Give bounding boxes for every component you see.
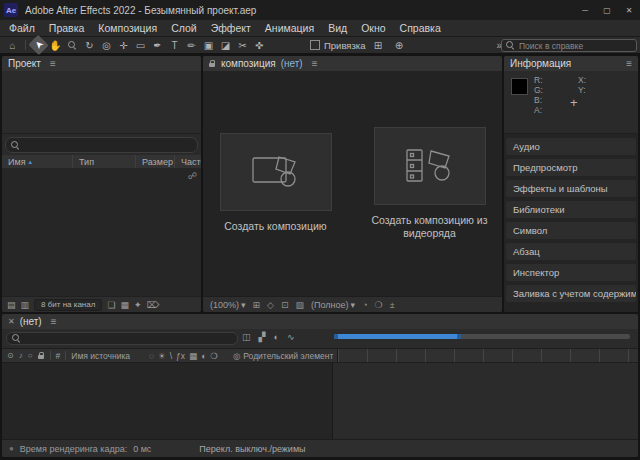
motion-blur-icon[interactable]: ◐ [201, 351, 206, 361]
shy-icon[interactable]: ◌ [149, 351, 154, 361]
column-framerate[interactable]: Частота ка [175, 155, 201, 168]
quality-icon[interactable]: \ [170, 351, 172, 361]
maximize-button[interactable]: ▢ [596, 0, 618, 20]
parent-link-column[interactable]: ◎ Родительский элемент [233, 351, 337, 361]
solo-icon[interactable]: ○ [28, 351, 33, 360]
docked-panel-preview[interactable]: Предпросмотр [506, 159, 636, 176]
info-panel-menu-icon[interactable]: ≡ [626, 58, 632, 69]
flowchart-icon[interactable]: ☍ [188, 171, 197, 181]
column-name[interactable]: Имя ▴ [2, 155, 73, 168]
timeline-navigator-handle[interactable] [334, 334, 461, 339]
menu-view[interactable]: Вид [321, 22, 354, 34]
create-composition-from-footage-button[interactable]: Создать композицию из видеоряда [370, 127, 490, 240]
mask-visibility-icon[interactable]: ◇ [267, 300, 274, 310]
3d-layer-icon[interactable]: ❍ [210, 351, 218, 361]
audio-icon[interactable]: ♪ [19, 351, 23, 360]
docked-panel-content-aware-fill[interactable]: Заливка с учетом содержимого [506, 285, 636, 302]
menu-composition[interactable]: Композиция [91, 22, 164, 34]
menu-layer[interactable]: Слой [164, 22, 204, 34]
brush-tool-icon[interactable]: ✏ [184, 38, 199, 52]
eye-icon[interactable]: ⊙ [7, 351, 14, 360]
selection-tool-icon[interactable]: ➤ [28, 35, 49, 56]
project-settings-icon[interactable]: ✦ [134, 300, 142, 310]
proxy-toggle-icon[interactable]: ▥ [21, 300, 30, 310]
clone-stamp-tool-icon[interactable]: ▣ [201, 38, 216, 52]
menu-edit[interactable]: Правка [42, 22, 91, 34]
docked-panel-character[interactable]: Символ [506, 222, 636, 239]
create-composition-button[interactable]: Создать композицию [216, 133, 336, 233]
resolution-dropdown[interactable]: (Полное) ▾ [311, 300, 355, 310]
transparency-grid-icon[interactable]: ▨ [296, 300, 305, 310]
orbit-camera-tool-icon[interactable]: ◎ [99, 38, 114, 52]
menu-effect[interactable]: Эффект [204, 22, 258, 34]
viewer-lock-icon[interactable] [209, 60, 216, 68]
close-icon[interactable]: ✕ [8, 317, 15, 326]
frame-blend-icon[interactable]: ▦ [189, 351, 197, 361]
tab-timeline-none[interactable]: (нет) [20, 316, 42, 327]
docked-panel-libraries[interactable]: Библиотеки [506, 201, 636, 218]
zoom-tool-icon[interactable] [65, 38, 80, 52]
tab-composition[interactable]: композиция [221, 58, 276, 69]
fast-previews-icon[interactable]: ◔ [362, 300, 367, 310]
grid-guides-icon[interactable]: ⊞ [253, 300, 261, 310]
delete-icon[interactable]: ⌦ [147, 300, 160, 310]
timeline-search-input[interactable] [25, 334, 232, 344]
column-size[interactable]: Размер [136, 155, 175, 168]
composition-panel-menu-icon[interactable]: ≡ [312, 58, 318, 69]
menu-animation[interactable]: Анимация [258, 22, 321, 34]
docked-panel-effects-presets[interactable]: Эффекты и шаблоны [506, 180, 636, 197]
rotation-tool-icon[interactable]: ↻ [82, 38, 97, 52]
timeline-navigator-track[interactable] [334, 334, 630, 339]
exposure-icon[interactable]: ± [390, 300, 395, 310]
menu-help[interactable]: Справка [393, 22, 448, 34]
eraser-tool-icon[interactable]: ◪ [218, 38, 233, 52]
axis-mode-icon[interactable]: ⊞ [371, 38, 386, 52]
composition-mini-icon[interactable]: ◫ [242, 332, 251, 342]
layer-list-area[interactable] [2, 363, 333, 439]
source-name-column[interactable]: Имя источника [71, 351, 130, 361]
motion-blur-icon[interactable]: ◐ [273, 332, 278, 342]
pan-behind-tool-icon[interactable]: ✛ [116, 38, 131, 52]
bit-depth-indicator[interactable]: 8 бит на канал [34, 299, 102, 311]
pen-tool-icon[interactable]: ✒ [150, 38, 165, 52]
help-search-input[interactable] [519, 41, 632, 51]
camera-settings-icon[interactable]: ❍ [375, 300, 383, 310]
docked-panel-inspector[interactable]: Инспектор [506, 264, 636, 281]
timeline-track-area[interactable] [333, 363, 638, 439]
lock-icon[interactable] [38, 352, 45, 360]
tab-info[interactable]: Информация [510, 58, 571, 69]
new-composition-icon[interactable]: ▦ [120, 300, 129, 310]
render-time-label: Время рендеринга кадра: [20, 444, 127, 454]
hand-tool-icon[interactable]: ✋ [48, 38, 63, 52]
collapse-transformations-icon[interactable]: ☀ [158, 351, 166, 361]
grid-guides-icon[interactable]: ⊕ [392, 38, 407, 52]
frame-blending-icon[interactable]: ▞ [259, 332, 266, 342]
magnification-dropdown[interactable]: (100%) ▾ [210, 300, 246, 310]
time-ruler[interactable] [338, 349, 638, 362]
project-items-list[interactable]: ☍ [2, 168, 201, 296]
tab-project[interactable]: Проект [8, 58, 41, 69]
workspace: Проект ≡ Имя ▴ Тип Размер [0, 54, 640, 314]
project-panel-menu-icon[interactable]: ≡ [50, 58, 56, 69]
graph-editor-icon[interactable]: ∿ [287, 332, 295, 342]
docked-panel-audio[interactable]: Аудио [506, 138, 636, 155]
snap-checkbox[interactable] [310, 40, 320, 50]
shape-tool-icon[interactable]: ▭ [133, 38, 148, 52]
toggle-switches-modes-button[interactable]: Перекл. выключ./режимы [199, 444, 305, 454]
effects-icon[interactable]: ƒx [176, 351, 185, 361]
roto-brush-tool-icon[interactable]: ✂ [235, 38, 250, 52]
docked-panel-paragraph[interactable]: Абзац [506, 243, 636, 260]
column-type[interactable]: Тип [73, 155, 136, 168]
minimize-button[interactable]: ─ [574, 0, 596, 20]
home-icon[interactable]: ⌂ [5, 38, 20, 52]
menu-window[interactable]: Окно [354, 22, 392, 34]
interpret-footage-icon[interactable]: ▤ [7, 300, 16, 310]
type-tool-icon[interactable]: T [167, 38, 182, 52]
puppet-tool-icon[interactable]: ✜ [252, 38, 267, 52]
menu-file[interactable]: Файл [2, 22, 42, 34]
close-button[interactable]: ✕ [618, 0, 640, 20]
new-folder-icon[interactable]: ❏ [107, 300, 115, 310]
project-search-input[interactable] [24, 140, 192, 150]
region-of-interest-icon[interactable]: ⊡ [281, 300, 289, 310]
timeline-panel-menu-icon[interactable]: ≡ [51, 316, 57, 327]
